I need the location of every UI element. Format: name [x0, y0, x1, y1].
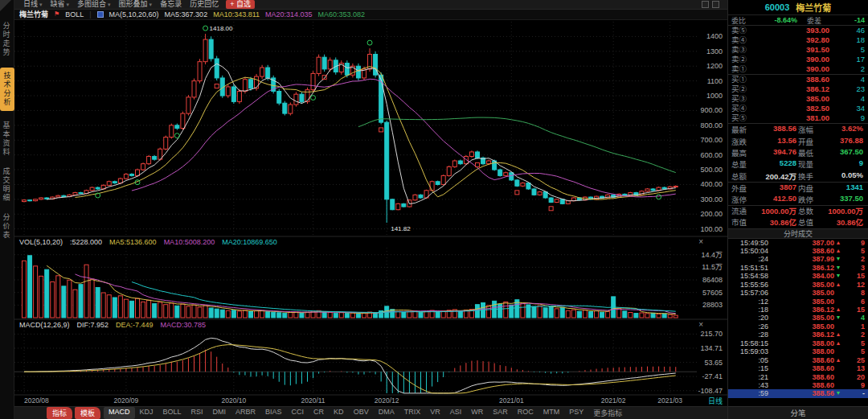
trade-price: 388.60 — [768, 381, 834, 389]
tab-SAR[interactable]: SAR — [488, 407, 513, 419]
macd-title: MACD(12,26,9) — [19, 320, 70, 330]
boll-indicator-label[interactable]: BOLL — [65, 10, 84, 19]
menu-item-多图组合[interactable]: 多图组合▾ — [73, 0, 115, 9]
tab-BOLL[interactable]: BOLL — [158, 407, 186, 419]
svg-text:2021/02: 2021/02 — [601, 396, 626, 405]
chart-grid-icon[interactable] — [97, 11, 104, 18]
ask-row[interactable]: 卖③391.505 — [728, 45, 868, 55]
ask-row[interactable]: 卖②390.0017 — [728, 55, 868, 64]
tab-更多指标[interactable]: 更多指标 — [588, 407, 627, 419]
tab-VR[interactable]: VR — [425, 407, 445, 419]
trade-row[interactable]: 15:51:51386.12▼3 — [728, 264, 868, 272]
trade-row[interactable]: :59388.56▼- — [728, 389, 868, 397]
trade-row[interactable]: 15:55:56385.00▲12 — [728, 281, 868, 289]
candlestick-chart[interactable]: 14001300120011001000900.00800.00700.0060… — [14, 20, 727, 406]
sidebar-item-技术分析[interactable]: 技术分析 — [0, 68, 14, 111]
period-label[interactable]: 日线 — [708, 396, 723, 406]
tab-DMA[interactable]: DMA — [374, 407, 399, 419]
menubar: 日线▾缺省▾多图组合▾图形叠加▾备忘录历史回忆 + 自选 — [14, 0, 727, 10]
trade-row[interactable]: 15:49:50387.00▲9 — [728, 239, 868, 247]
pill-模板[interactable]: 模板 — [75, 407, 100, 419]
tab-TRIX[interactable]: TRIX — [399, 407, 426, 419]
trade-time: :21 — [731, 373, 768, 381]
bid-row[interactable]: 买③385.004 — [728, 94, 868, 104]
trade-row[interactable]: :28386.12▲2 — [728, 331, 868, 339]
trade-row[interactable]: :15388.6013 — [728, 364, 868, 372]
tab-CR[interactable]: CR — [309, 407, 329, 419]
line-draw-icon[interactable] — [702, 1, 709, 8]
menu-item-备忘录[interactable]: 备忘录 — [156, 0, 186, 9]
trade-row[interactable]: :18386.12▲15 — [728, 306, 868, 314]
tab-ROC[interactable]: ROC — [513, 407, 538, 419]
trade-time: :05 — [731, 356, 768, 364]
svg-text:1418.00: 1418.00 — [210, 25, 233, 32]
add-favorite-button[interactable]: + 自选 — [226, 0, 255, 9]
menu-item-日线[interactable]: 日线▾ — [19, 0, 47, 9]
info-value: 13.56 — [754, 136, 798, 147]
bid-row[interactable]: 买②386.1223 — [728, 84, 868, 94]
sidebar-item-分时走势[interactable]: 分时走势 — [0, 22, 13, 57]
bid-row[interactable]: 买⑤381.009 — [728, 113, 868, 123]
tab-WR[interactable]: WR — [466, 407, 488, 419]
trade-time: 15:58:15 — [731, 339, 768, 347]
tab-MACD[interactable]: MACD — [104, 407, 135, 419]
ask-row[interactable]: 卖④392.8018 — [728, 35, 868, 45]
info-label: 内盘 — [798, 183, 821, 194]
svg-text:2020/11: 2020/11 — [301, 396, 325, 405]
ask-row[interactable]: 卖⑤393.0046 — [728, 26, 868, 35]
trade-row[interactable]: :05388.60▲25 — [728, 356, 868, 364]
trade-row[interactable]: 15:50:04388.60▲5 — [728, 247, 868, 255]
trade-row[interactable]: 15:58:15388.00▲5 — [728, 339, 868, 347]
tab-KDJ[interactable]: KDJ — [135, 407, 158, 419]
info-value: 3807 — [754, 183, 798, 194]
tab-PSY[interactable]: PSY — [564, 407, 588, 419]
weicha-label: 委差 — [807, 15, 834, 26]
tab-OBV[interactable]: OBV — [349, 407, 374, 419]
level-label: 卖④ — [731, 35, 757, 45]
trade-row[interactable]: 15:54:58384.00▼15 — [728, 272, 868, 280]
trade-row[interactable]: 15:57:06385.008 — [728, 289, 868, 297]
trade-row[interactable]: :43388.609 — [728, 381, 868, 389]
bid-row[interactable]: 买①388.604 — [728, 75, 868, 84]
trade-row[interactable]: 15:59:03388.005 — [728, 347, 868, 355]
ask-row[interactable]: 卖①390.002 — [728, 64, 868, 74]
info-label: 总值 — [798, 216, 821, 228]
trade-row[interactable]: :24387.99▼2 — [728, 255, 868, 263]
trade-row[interactable]: :26385.001 — [728, 322, 868, 331]
trade-qty: 1 — [842, 322, 865, 331]
trade-tape[interactable]: 15:49:50387.00▲915:50:04388.60▲5:24387.9… — [728, 239, 868, 406]
macd-dea: DEA:-7.449 — [116, 320, 154, 330]
trade-qty: 9 — [842, 239, 865, 247]
sidebar-item-基本资料[interactable]: 基本资料 — [0, 121, 13, 157]
trade-row[interactable]: :20385.00▼4 — [728, 314, 868, 322]
weibi-label: 委比 — [731, 15, 755, 26]
tab-fenbi[interactable]: 分笔 — [728, 406, 868, 419]
pill-指标[interactable]: 指标 — [47, 407, 72, 419]
close-macd-pane-icon[interactable]: × — [698, 321, 703, 329]
menu-item-缺省[interactable]: 缺省▾ — [47, 0, 74, 9]
tab-KD[interactable]: KD — [329, 407, 349, 419]
tab-DMI[interactable]: DMI — [208, 407, 231, 419]
tab-RSI[interactable]: RSI — [186, 407, 208, 419]
close-volume-pane-icon[interactable]: × — [698, 238, 703, 246]
macd-dif: DIF:7.952 — [77, 320, 109, 330]
template-icon[interactable] — [712, 1, 719, 8]
sidebar-item-分价表[interactable]: 分价表 — [0, 213, 13, 240]
menu-item-历史回忆[interactable]: 历史回忆 — [186, 0, 223, 9]
tab-ARBR[interactable]: ARBR — [231, 407, 260, 419]
trade-row[interactable]: :12385.006 — [728, 298, 868, 306]
sidebar-item-成交明细[interactable]: 成交明细 — [0, 167, 13, 203]
tab-MTM[interactable]: MTM — [538, 407, 565, 419]
chevron-down-icon: ▾ — [39, 0, 43, 9]
level-label: 卖③ — [731, 45, 757, 55]
tab-ASI[interactable]: ASI — [445, 407, 467, 419]
info-cell: 涨幅3.62% — [798, 124, 865, 135]
bid-row[interactable]: 买④382.5034 — [728, 104, 868, 113]
trade-row[interactable]: :21388.6020 — [728, 373, 868, 381]
svg-text:800.00: 800.00 — [700, 121, 723, 129]
tab-BIAS[interactable]: BIAS — [260, 407, 287, 419]
tab-CCI[interactable]: CCI — [287, 407, 309, 419]
info-label: 现量 — [798, 158, 821, 170]
collapse-corner-icon[interactable] — [0, 0, 11, 11]
menu-item-图形叠加[interactable]: 图形叠加▾ — [115, 0, 157, 9]
